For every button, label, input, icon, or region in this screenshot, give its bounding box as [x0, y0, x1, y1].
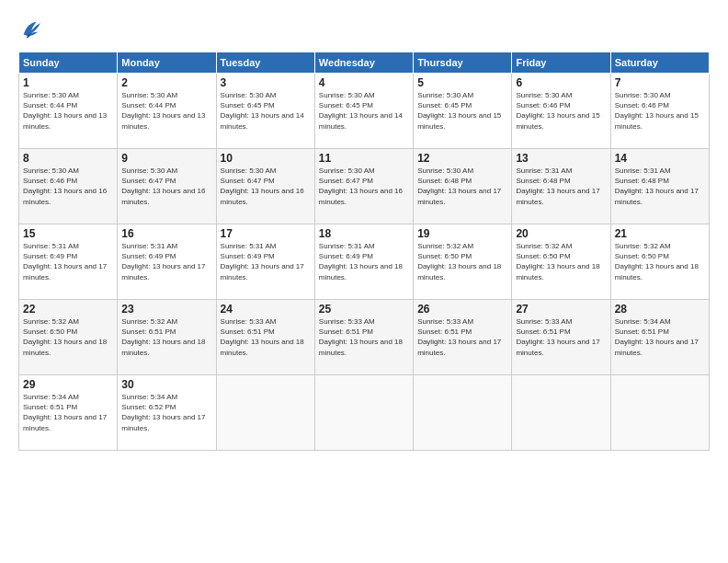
calendar-cell: 21 Sunrise: 5:32 AM Sunset: 6:50 PM Dayl…	[610, 224, 709, 300]
calendar-table: Sunday Monday Tuesday Wednesday Thursday…	[18, 52, 710, 451]
calendar-cell: 16 Sunrise: 5:31 AM Sunset: 6:49 PM Dayl…	[118, 224, 216, 300]
calendar-cell: 2 Sunrise: 5:30 AM Sunset: 6:44 PM Dayli…	[118, 74, 216, 149]
day-info: Sunrise: 5:34 AM Sunset: 6:51 PM Dayligh…	[615, 316, 705, 358]
logo	[18, 17, 46, 42]
calendar-cell: 29 Sunrise: 5:34 AM Sunset: 6:51 PM Dayl…	[19, 375, 118, 451]
header-friday: Friday	[512, 52, 610, 74]
calendar-cell: 13 Sunrise: 5:31 AM Sunset: 6:48 PM Dayl…	[512, 149, 610, 224]
weekday-header-row: Sunday Monday Tuesday Wednesday Thursday…	[19, 52, 710, 74]
calendar-week-row: 1 Sunrise: 5:30 AM Sunset: 6:44 PM Dayli…	[19, 74, 710, 149]
day-number: 11	[319, 152, 409, 165]
day-number: 17	[221, 227, 311, 240]
calendar-cell: 27 Sunrise: 5:33 AM Sunset: 6:51 PM Dayl…	[512, 300, 610, 375]
calendar-cell: 12 Sunrise: 5:30 AM Sunset: 6:48 PM Dayl…	[414, 149, 512, 224]
calendar-cell	[216, 375, 314, 451]
day-info: Sunrise: 5:30 AM Sunset: 6:47 PM Dayligh…	[319, 166, 409, 207]
calendar-cell: 4 Sunrise: 5:30 AM Sunset: 6:45 PM Dayli…	[314, 74, 413, 149]
calendar-week-row: 22 Sunrise: 5:32 AM Sunset: 6:50 PM Dayl…	[19, 300, 710, 375]
header-wednesday: Wednesday	[314, 52, 413, 74]
day-info: Sunrise: 5:30 AM Sunset: 6:46 PM Dayligh…	[516, 90, 606, 132]
day-info: Sunrise: 5:32 AM Sunset: 6:51 PM Dayligh…	[121, 316, 211, 358]
day-info: Sunrise: 5:31 AM Sunset: 6:48 PM Dayligh…	[516, 166, 606, 207]
day-info: Sunrise: 5:30 AM Sunset: 6:46 PM Dayligh…	[615, 90, 705, 132]
day-info: Sunrise: 5:33 AM Sunset: 6:51 PM Dayligh…	[221, 316, 311, 358]
day-info: Sunrise: 5:30 AM Sunset: 6:47 PM Dayligh…	[121, 166, 211, 207]
day-info: Sunrise: 5:32 AM Sunset: 6:50 PM Dayligh…	[23, 316, 113, 358]
calendar-cell: 10 Sunrise: 5:30 AM Sunset: 6:47 PM Dayl…	[216, 149, 314, 224]
day-number: 3	[221, 76, 311, 89]
calendar-cell: 15 Sunrise: 5:31 AM Sunset: 6:49 PM Dayl…	[19, 224, 118, 300]
day-info: Sunrise: 5:32 AM Sunset: 6:50 PM Dayligh…	[516, 241, 606, 282]
day-info: Sunrise: 5:30 AM Sunset: 6:44 PM Dayligh…	[23, 90, 113, 132]
calendar-cell: 25 Sunrise: 5:33 AM Sunset: 6:51 PM Dayl…	[314, 300, 413, 375]
day-number: 23	[121, 303, 211, 316]
day-number: 30	[121, 378, 211, 391]
day-number: 2	[121, 76, 211, 89]
calendar-cell	[414, 375, 512, 451]
day-number: 20	[516, 227, 606, 240]
header-thursday: Thursday	[414, 52, 512, 74]
calendar-cell: 26 Sunrise: 5:33 AM Sunset: 6:51 PM Dayl…	[414, 300, 512, 375]
day-number: 24	[221, 303, 311, 316]
calendar-cell: 17 Sunrise: 5:31 AM Sunset: 6:49 PM Dayl…	[216, 224, 314, 300]
day-info: Sunrise: 5:31 AM Sunset: 6:49 PM Dayligh…	[221, 241, 311, 282]
calendar-cell: 18 Sunrise: 5:31 AM Sunset: 6:49 PM Dayl…	[314, 224, 413, 300]
calendar-cell: 30 Sunrise: 5:34 AM Sunset: 6:52 PM Dayl…	[118, 375, 216, 451]
day-info: Sunrise: 5:33 AM Sunset: 6:51 PM Dayligh…	[417, 316, 507, 358]
day-number: 22	[23, 303, 113, 316]
day-info: Sunrise: 5:30 AM Sunset: 6:45 PM Dayligh…	[221, 90, 311, 132]
calendar-cell: 6 Sunrise: 5:30 AM Sunset: 6:46 PM Dayli…	[512, 74, 610, 149]
header	[18, 17, 710, 42]
calendar-cell: 3 Sunrise: 5:30 AM Sunset: 6:45 PM Dayli…	[216, 74, 314, 149]
calendar-cell	[512, 375, 610, 451]
day-number: 14	[615, 152, 705, 165]
calendar-cell	[314, 375, 413, 451]
calendar-cell: 7 Sunrise: 5:30 AM Sunset: 6:46 PM Dayli…	[610, 74, 709, 149]
calendar-cell: 5 Sunrise: 5:30 AM Sunset: 6:45 PM Dayli…	[414, 74, 512, 149]
calendar-week-row: 29 Sunrise: 5:34 AM Sunset: 6:51 PM Dayl…	[19, 375, 710, 451]
calendar-week-row: 15 Sunrise: 5:31 AM Sunset: 6:49 PM Dayl…	[19, 224, 710, 300]
day-number: 4	[319, 76, 409, 89]
day-number: 7	[615, 76, 705, 89]
calendar-cell: 8 Sunrise: 5:30 AM Sunset: 6:46 PM Dayli…	[19, 149, 118, 224]
calendar-cell: 9 Sunrise: 5:30 AM Sunset: 6:47 PM Dayli…	[118, 149, 216, 224]
calendar-cell: 1 Sunrise: 5:30 AM Sunset: 6:44 PM Dayli…	[19, 74, 118, 149]
day-info: Sunrise: 5:33 AM Sunset: 6:51 PM Dayligh…	[319, 316, 409, 358]
calendar-cell: 14 Sunrise: 5:31 AM Sunset: 6:48 PM Dayl…	[610, 149, 709, 224]
day-info: Sunrise: 5:30 AM Sunset: 6:44 PM Dayligh…	[121, 90, 211, 132]
day-number: 16	[121, 227, 211, 240]
header-tuesday: Tuesday	[216, 52, 314, 74]
day-info: Sunrise: 5:34 AM Sunset: 6:52 PM Dayligh…	[121, 392, 211, 433]
day-number: 5	[417, 76, 507, 89]
calendar-cell: 23 Sunrise: 5:32 AM Sunset: 6:51 PM Dayl…	[118, 300, 216, 375]
day-info: Sunrise: 5:30 AM Sunset: 6:46 PM Dayligh…	[23, 166, 113, 207]
day-info: Sunrise: 5:31 AM Sunset: 6:48 PM Dayligh…	[615, 166, 705, 207]
day-info: Sunrise: 5:30 AM Sunset: 6:47 PM Dayligh…	[221, 166, 311, 207]
day-number: 25	[319, 303, 409, 316]
day-info: Sunrise: 5:31 AM Sunset: 6:49 PM Dayligh…	[121, 241, 211, 282]
calendar-cell	[610, 375, 709, 451]
day-number: 12	[417, 152, 507, 165]
day-number: 26	[417, 303, 507, 316]
logo-bird-icon	[18, 17, 44, 42]
header-sunday: Sunday	[19, 52, 118, 74]
day-number: 13	[516, 152, 606, 165]
calendar-cell: 19 Sunrise: 5:32 AM Sunset: 6:50 PM Dayl…	[414, 224, 512, 300]
calendar-cell: 22 Sunrise: 5:32 AM Sunset: 6:50 PM Dayl…	[19, 300, 118, 375]
day-number: 6	[516, 76, 606, 89]
day-info: Sunrise: 5:30 AM Sunset: 6:45 PM Dayligh…	[417, 90, 507, 132]
day-info: Sunrise: 5:34 AM Sunset: 6:51 PM Dayligh…	[23, 392, 113, 433]
calendar-cell: 28 Sunrise: 5:34 AM Sunset: 6:51 PM Dayl…	[610, 300, 709, 375]
day-info: Sunrise: 5:30 AM Sunset: 6:45 PM Dayligh…	[319, 90, 409, 132]
day-number: 15	[23, 227, 113, 240]
day-info: Sunrise: 5:32 AM Sunset: 6:50 PM Dayligh…	[615, 241, 705, 282]
calendar-week-row: 8 Sunrise: 5:30 AM Sunset: 6:46 PM Dayli…	[19, 149, 710, 224]
day-number: 1	[23, 76, 113, 89]
day-info: Sunrise: 5:32 AM Sunset: 6:50 PM Dayligh…	[417, 241, 507, 282]
day-number: 29	[23, 378, 113, 391]
day-number: 27	[516, 303, 606, 316]
day-number: 19	[417, 227, 507, 240]
calendar-cell: 24 Sunrise: 5:33 AM Sunset: 6:51 PM Dayl…	[216, 300, 314, 375]
calendar-cell: 11 Sunrise: 5:30 AM Sunset: 6:47 PM Dayl…	[314, 149, 413, 224]
day-info: Sunrise: 5:33 AM Sunset: 6:51 PM Dayligh…	[516, 316, 606, 358]
